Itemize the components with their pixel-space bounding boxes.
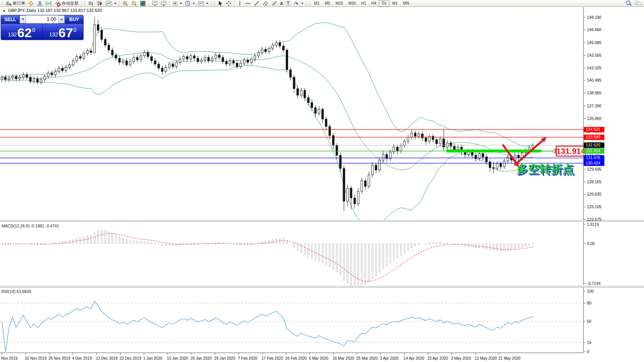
horizontal-line-objects[interactable] — [0, 130, 583, 163]
svg-text:80: 80 — [587, 301, 592, 305]
toolbar-separator — [81, 1, 82, 6]
template-icon — [198, 0, 204, 7]
price-callout[interactable]: 131.914 — [556, 146, 585, 156]
macd-indicator-label: MACD(12,26,9) -0.1881 -0.4741 — [2, 224, 59, 228]
new-order-button[interactable]: 新订单 — [4, 0, 26, 7]
new-order-icon — [5, 0, 11, 7]
chart-window-title: ▲ GBPJPY-,Daily 132.187 132.867 131.817 … — [3, 8, 102, 13]
bollinger-bands — [2, 23, 533, 226]
svg-text:25 Nov 2019: 25 Nov 2019 — [49, 356, 70, 360]
shapes-button[interactable] — [292, 0, 305, 7]
label-tool-icon: T — [286, 1, 290, 6]
volume-decrease-button[interactable] — [20, 15, 26, 23]
sell-price-point: 0 — [32, 27, 35, 33]
sell-button[interactable]: SELL — [1, 15, 19, 23]
svg-text:23 Dec 2019: 23 Dec 2019 — [120, 356, 141, 360]
signal-button[interactable] — [44, 0, 53, 7]
navigator-button[interactable] — [159, 0, 168, 7]
svg-text:3 Apr 2020: 3 Apr 2020 — [380, 356, 399, 360]
svg-text:135.860: 135.860 — [587, 116, 601, 121]
auto-trading-label: 自动交易 — [62, 0, 79, 6]
svg-text:142.025: 142.025 — [587, 66, 601, 70]
quotes-button[interactable] — [27, 0, 35, 7]
buy-button[interactable]: BUY — [65, 15, 83, 23]
svg-text:6 Mar 2020: 6 Mar 2020 — [309, 356, 328, 360]
triangle-up-icon — [60, 18, 63, 20]
callout-tick — [555, 149, 556, 153]
timeframe-button-h1[interactable]: H1 — [359, 0, 369, 7]
cursor-button[interactable] — [216, 0, 224, 7]
tile-windows-button[interactable] — [139, 0, 147, 7]
svg-text:130.424: 130.424 — [586, 161, 600, 165]
line-chart-icon — [105, 0, 112, 7]
timeframe-button-m30[interactable]: M30 — [346, 0, 358, 7]
text-button[interactable]: A — [279, 0, 284, 7]
volume-increase-button[interactable] — [58, 15, 65, 23]
pane-frames — [0, 7, 644, 353]
profile-button[interactable] — [36, 0, 44, 7]
equidistant-channel-icon — [262, 0, 269, 7]
auto-trading-icon — [54, 0, 61, 7]
chat-button[interactable] — [633, 0, 643, 7]
chevron-down-icon — [206, 3, 208, 4]
text-tool-icon: A — [280, 1, 283, 6]
timeframe-button-mn[interactable]: MN — [400, 0, 412, 7]
bar-chart-icon — [88, 0, 94, 7]
fibonacci-button[interactable] — [270, 0, 279, 7]
toolbar-separator — [306, 1, 306, 6]
bar-chart-button[interactable] — [87, 0, 95, 7]
template-button[interactable] — [197, 0, 210, 7]
timeframe-button-w1[interactable]: W1 — [389, 0, 400, 7]
indicator-window-button[interactable] — [151, 0, 159, 7]
support-zone-highlight[interactable] — [446, 150, 541, 153]
svg-text:Nov 2019: Nov 2019 — [1, 356, 18, 360]
toolbar-separator — [169, 1, 170, 6]
buy-price-figure: 132 — [49, 32, 58, 37]
zoom-in-button[interactable] — [121, 0, 129, 7]
vertical-line-button[interactable] — [236, 0, 243, 7]
quotes-icon — [28, 0, 34, 7]
chevron-down-icon — [193, 3, 195, 4]
svg-text:20 Jan 2020: 20 Jan 2020 — [190, 356, 211, 360]
timeframe-button-h4[interactable]: H4 — [369, 0, 379, 7]
turning-point-annotation[interactable]: 多空转折点多空转折点 — [516, 163, 575, 176]
trendline-button[interactable] — [252, 0, 261, 7]
svg-text:23 Apr 2020: 23 Apr 2020 — [427, 356, 448, 360]
timeframe-button-m1[interactable]: M1 — [311, 0, 322, 7]
navigator-icon — [161, 0, 167, 7]
timeframe-button-m5[interactable]: M5 — [322, 0, 333, 7]
svg-text:131.914: 131.914 — [556, 146, 585, 155]
search-button[interactable] — [624, 0, 633, 7]
candlestick-chart-button[interactable] — [95, 0, 104, 7]
horizontal-line-button[interactable] — [244, 0, 252, 7]
equidistant-channel-button[interactable] — [261, 0, 270, 7]
svg-text:123.575: 123.575 — [587, 217, 601, 222]
timeframe-button-d1[interactable]: D1 — [379, 0, 389, 7]
svg-text:140.495: 140.495 — [587, 78, 601, 82]
label-button[interactable]: T — [285, 0, 292, 7]
crosshair-button[interactable] — [224, 0, 233, 7]
svg-text:3 May 2020: 3 May 2020 — [451, 356, 471, 360]
auto-trading-button[interactable]: 自动交易 — [53, 0, 80, 7]
period-dropdown-button[interactable] — [184, 0, 196, 7]
svg-text:16 Mar 2020: 16 Mar 2020 — [333, 356, 354, 360]
sell-price-button[interactable]: 132620 — [1, 24, 43, 39]
buy-price-button[interactable]: 132670 — [43, 24, 84, 39]
chart-canvas[interactable]: 131.914多空转折点多空转折点148.190146.660145.08514… — [0, 0, 644, 362]
cursor-icon — [218, 0, 223, 7]
timeframe-button-m15[interactable]: M15 — [333, 0, 346, 7]
macd-series — [2, 230, 533, 285]
volume-input[interactable]: 1.00 — [26, 15, 58, 23]
toolbar-drag-handle — [84, 1, 85, 6]
svg-text:131.076: 131.076 — [586, 155, 600, 160]
one-click-trading-panel: SELL 1.00 BUY 132620 132670 — [1, 15, 84, 40]
line-chart-button[interactable] — [104, 0, 118, 7]
svg-text:26 Feb 2020: 26 Feb 2020 — [285, 356, 307, 360]
svg-text:15 Nov 2019: 15 Nov 2019 — [25, 356, 47, 360]
svg-text:29 Jan 2020: 29 Jan 2020 — [214, 356, 235, 360]
chevron-down-icon — [180, 3, 182, 4]
profile-icon — [37, 0, 43, 7]
symbol-title: GBPJPY-,Daily 132.187 132.867 131.817 13… — [8, 8, 102, 13]
add-indicator-button[interactable] — [171, 0, 183, 7]
zoom-out-button[interactable] — [130, 0, 138, 7]
